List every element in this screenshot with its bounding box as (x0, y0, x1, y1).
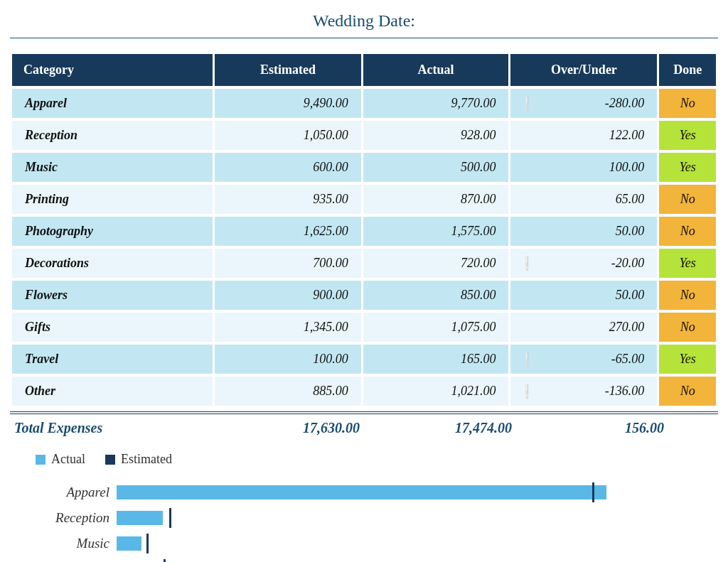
cell-category: Reception (12, 121, 213, 150)
overunder-value: -65.00 (611, 352, 645, 366)
chart-bar-area (117, 534, 718, 553)
cell-done: No (659, 313, 716, 342)
chart-mark-estimated (164, 559, 166, 562)
overunder-value: -280.00 (605, 96, 645, 110)
header-category: Category (12, 54, 213, 86)
cell-done: Yes (659, 249, 716, 278)
table-row: Music600.00500.00100.00Yes (12, 153, 716, 182)
chart-row: Printing (14, 556, 718, 562)
legend-swatch-estimated (105, 455, 115, 465)
legend-actual: Actual (36, 452, 85, 467)
cell-estimated: 935.00 (215, 185, 360, 214)
header-overunder: Over/Under (510, 54, 657, 86)
overunder-value: 50.00 (616, 288, 645, 302)
cell-done: No (659, 185, 716, 214)
overunder-value: 65.00 (616, 192, 645, 206)
header-row: Category Estimated Actual Over/Under Don… (12, 54, 716, 86)
cell-overunder: 50.00 (510, 281, 657, 310)
cell-estimated: 9,490.00 (215, 89, 360, 118)
table-row: Printing935.00870.0065.00No (12, 185, 716, 214)
cell-estimated: 1,345.00 (215, 313, 360, 342)
legend-estimated: Estimated (105, 452, 172, 467)
cell-category: Flowers (12, 281, 213, 310)
cell-category: Other (12, 377, 213, 406)
overunder-value: 270.00 (609, 320, 645, 334)
cell-actual: 1,075.00 (363, 313, 509, 342)
cell-estimated: 1,625.00 (215, 217, 360, 246)
cell-done: No (659, 89, 716, 118)
page-title: Wedding Date: (10, 7, 718, 38)
header-done: Done (659, 54, 716, 86)
cell-done: Yes (659, 121, 716, 150)
cell-actual: 165.00 (363, 345, 509, 374)
legend-actual-label: Actual (51, 452, 85, 467)
cell-actual: 850.00 (363, 281, 509, 310)
overunder-value: 122.00 (609, 128, 645, 142)
table-row: Photography1,625.001,575.0050.00No (12, 217, 716, 246)
totals-row: Total Expenses 17,630.00 17,474.00 156.0… (10, 411, 718, 436)
cell-done: Yes (659, 345, 716, 374)
alert-icon: ❕ (519, 352, 535, 367)
cell-overunder: ❕-65.00 (510, 345, 657, 374)
table-row: Travel100.00165.00❕-65.00Yes (12, 345, 716, 374)
cell-category: Gifts (12, 313, 213, 342)
alert-icon: ❕ (519, 96, 535, 112)
totals-label: Total Expenses (10, 420, 220, 436)
cell-actual: 1,021.00 (363, 377, 509, 406)
cell-category: Photography (12, 217, 213, 246)
table-row: Flowers900.00850.0050.00No (12, 281, 716, 310)
chart-bar-area (117, 559, 718, 562)
cell-category: Music (12, 153, 213, 182)
cell-estimated: 700.00 (215, 249, 360, 278)
chart-mark-estimated (169, 508, 171, 528)
chart-category-label: Music (14, 536, 117, 551)
cell-overunder: 100.00 (510, 153, 657, 182)
legend-estimated-label: Estimated (121, 452, 172, 467)
cell-overunder: 50.00 (510, 217, 657, 246)
cell-overunder: ❕-20.00 (510, 249, 657, 278)
cell-estimated: 900.00 (215, 281, 360, 310)
cell-estimated: 1,050.00 (215, 121, 360, 150)
cell-overunder: ❕-136.00 (510, 377, 657, 406)
overunder-value: 100.00 (609, 160, 645, 174)
cell-overunder: 65.00 (510, 185, 657, 214)
cell-done: No (659, 217, 716, 246)
cell-category: Travel (12, 345, 213, 374)
cell-actual: 1,575.00 (363, 217, 509, 246)
table-row: Decorations700.00720.00❕-20.00Yes (12, 249, 716, 278)
cell-category: Printing (12, 185, 213, 214)
legend-swatch-actual (36, 455, 46, 465)
cell-estimated: 100.00 (215, 345, 360, 374)
header-actual: Actual (363, 54, 509, 86)
table-row: Apparel9,490.009,770.00❕-280.00No (12, 89, 716, 118)
cell-actual: 500.00 (363, 153, 509, 182)
chart-row: Apparel (14, 480, 718, 505)
chart-bar-area (117, 508, 718, 528)
cell-overunder: 270.00 (510, 313, 657, 342)
chart-bar-actual (117, 485, 606, 499)
cell-category: Decorations (12, 249, 213, 278)
cell-done: No (659, 377, 716, 406)
chart-mark-estimated (592, 482, 594, 502)
chart-row: Reception (14, 505, 718, 531)
cell-done: No (659, 281, 716, 310)
overunder-value: -136.00 (605, 384, 645, 398)
alert-icon: ❕ (519, 256, 535, 271)
budget-table: Category Estimated Actual Over/Under Don… (10, 51, 718, 409)
table-row: Other885.001,021.00❕-136.00No (12, 377, 716, 406)
table-row: Gifts1,345.001,075.00270.00No (12, 313, 716, 342)
cell-category: Apparel (12, 89, 213, 118)
chart-category-label: Apparel (14, 485, 117, 500)
cell-actual: 720.00 (363, 249, 509, 278)
chart-category-label: Reception (14, 510, 117, 526)
cell-actual: 928.00 (363, 121, 509, 150)
cell-estimated: 885.00 (215, 377, 360, 406)
chart-bar-actual (117, 511, 163, 525)
cell-actual: 9,770.00 (363, 89, 509, 118)
alert-icon: ❕ (519, 384, 535, 399)
chart-mark-estimated (146, 534, 149, 553)
chart-bar-area (117, 482, 718, 502)
cell-overunder: ❕-280.00 (510, 89, 657, 118)
totals-actual: 17,474.00 (373, 420, 525, 436)
table-row: Reception1,050.00928.00122.00Yes (12, 121, 716, 150)
